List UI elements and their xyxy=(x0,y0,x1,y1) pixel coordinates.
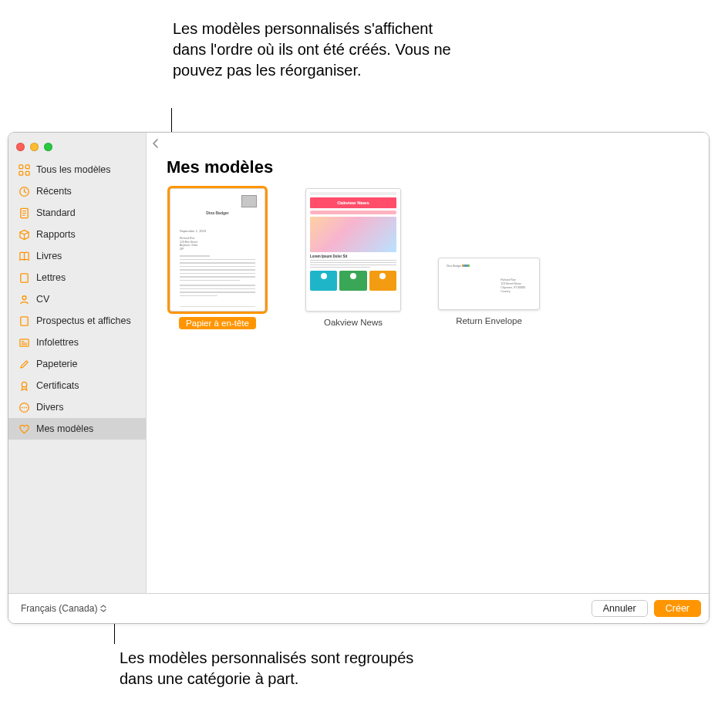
badge-icon xyxy=(18,379,30,392)
user-icon xyxy=(18,293,30,305)
svg-point-18 xyxy=(21,406,22,408)
heart-icon xyxy=(18,423,30,435)
updown-icon xyxy=(100,605,106,612)
window-controls xyxy=(8,133,146,154)
zoom-window-button[interactable] xyxy=(44,143,52,151)
svg-rect-1 xyxy=(25,164,29,168)
svg-point-16 xyxy=(22,382,26,386)
clock-icon xyxy=(18,185,30,197)
sidebar-item-lettres[interactable]: Lettres xyxy=(8,267,146,288)
news-icon xyxy=(18,336,30,349)
svg-point-19 xyxy=(23,406,25,408)
close-window-button[interactable] xyxy=(16,143,25,151)
svg-rect-9 xyxy=(20,273,27,281)
svg-rect-2 xyxy=(19,171,22,175)
box-icon xyxy=(18,228,30,241)
template-thumbnail: Dina Badger Richard Roe123 Street NameCi… xyxy=(438,258,540,310)
sidebar-item-cv[interactable]: CV xyxy=(8,288,146,310)
page-icon xyxy=(18,315,30,327)
pencil-icon xyxy=(18,358,30,370)
sidebar-item-label: Tous les modèles xyxy=(36,164,111,175)
language-selector[interactable]: Français (Canada) xyxy=(16,601,111,616)
annotation-bottom: Les modèles personnalisés sont regroupés… xyxy=(120,648,428,689)
sidebar-item-livres[interactable]: Livres xyxy=(8,245,146,267)
sidebar-item-label: Certificats xyxy=(36,380,79,391)
template-label: Oakview News xyxy=(324,312,383,327)
page-title: Mes modèles xyxy=(167,157,693,177)
create-button[interactable]: Créer xyxy=(654,600,701,617)
svg-rect-0 xyxy=(19,164,22,168)
sidebar-item-label: Divers xyxy=(36,402,63,413)
sidebar-item-divers[interactable]: Divers xyxy=(8,396,146,418)
svg-rect-3 xyxy=(25,171,29,175)
sidebar-item-papeterie[interactable]: Papeterie xyxy=(8,353,146,375)
cancel-button[interactable]: Annuler xyxy=(592,600,648,617)
minimize-window-button[interactable] xyxy=(30,143,39,151)
sidebar: Tous les modèlesRécentsStandardRapportsL… xyxy=(8,133,147,593)
template-item-newsletter[interactable]: Oakview News Lorem Ipsum Dolor Sit Oakvi… xyxy=(302,188,404,327)
sidebar-item-label: Prospectus et affiches xyxy=(36,315,131,326)
annotation-top: Les modèles personnalisés s'affichent da… xyxy=(173,19,466,81)
template-label: Papier à en-tête xyxy=(179,317,256,329)
sidebar-item-label: Lettres xyxy=(36,272,66,283)
sidebar-item-label: Standard xyxy=(36,207,76,218)
sidebar-item-label: Récents xyxy=(36,186,72,197)
more-icon xyxy=(18,401,30,413)
page-icon xyxy=(18,271,30,284)
template-item-envelope[interactable]: Dina Badger Richard Roe123 Street NameCi… xyxy=(438,188,540,325)
sidebar-item-label: Infolettres xyxy=(36,337,79,348)
template-chooser-window: Tous les modèlesRécentsStandardRapportsL… xyxy=(8,132,710,624)
language-label: Français (Canada) xyxy=(21,603,97,614)
doc-icon xyxy=(18,207,30,219)
sidebar-item-label: Rapports xyxy=(36,229,76,240)
sidebar-item-tous-les-mod-les[interactable]: Tous les modèles xyxy=(8,159,146,180)
sidebar-item-label: CV xyxy=(36,294,49,305)
book-icon xyxy=(18,250,30,262)
content-area: Mes modèles Dina Badger September 1, 202… xyxy=(147,133,709,593)
template-label: Return Envelope xyxy=(456,310,522,325)
sidebar-item-label: Papeterie xyxy=(36,359,78,369)
template-thumbnail: Oakview News Lorem Ipsum Dolor Sit xyxy=(305,188,401,312)
sidebar-item-certificats[interactable]: Certificats xyxy=(8,375,146,396)
sidebar-item-label: Mes modèles xyxy=(36,423,93,434)
sidebar-item-infolettres[interactable]: Infolettres xyxy=(8,332,146,353)
sidebar-item-prospectus-et-affiches[interactable]: Prospectus et affiches xyxy=(8,310,146,332)
sidebar-item-standard[interactable]: Standard xyxy=(8,202,146,224)
sidebar-item-label: Livres xyxy=(36,251,62,261)
template-item-letterhead[interactable]: Dina Badger September 1, 2023 Richard Ro… xyxy=(167,188,268,329)
svg-point-20 xyxy=(25,406,27,408)
sidebar-item-mes-mod-les[interactable]: Mes modèles xyxy=(8,418,146,440)
svg-point-10 xyxy=(22,295,26,299)
footer: Français (Canada) Annuler Créer xyxy=(8,594,709,623)
template-grid: Dina Badger September 1, 2023 Richard Ro… xyxy=(162,188,693,329)
collapse-sidebar-icon[interactable] xyxy=(151,139,162,150)
grid-icon xyxy=(18,163,30,176)
sidebar-item-rapports[interactable]: Rapports xyxy=(8,224,146,245)
svg-rect-11 xyxy=(20,316,27,325)
template-thumbnail: Dina Badger September 1, 2023 Richard Ro… xyxy=(170,188,265,312)
sidebar-item-r-cents[interactable]: Récents xyxy=(8,180,146,202)
